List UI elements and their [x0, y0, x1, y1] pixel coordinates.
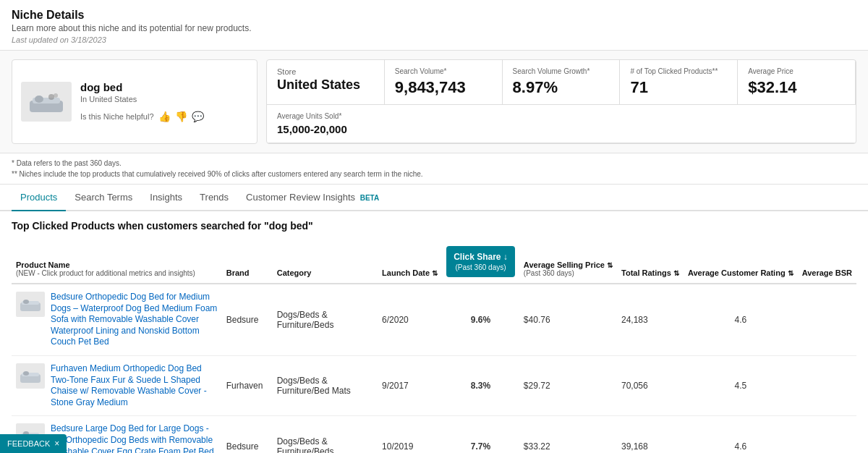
- store-label: Store: [277, 67, 374, 76]
- feedback-bar-label: FEEDBACK: [7, 439, 50, 448]
- search-volume-value: 9,843,743: [395, 78, 492, 97]
- cell-category: Dogs/Beds & Furniture/Bed Mats: [273, 355, 378, 415]
- cell-brand: Bedsure: [222, 284, 273, 355]
- products-table: Product Name (NEW - Click product for ad…: [12, 240, 856, 453]
- page-header: Niche Details Learn more about this nich…: [0, 0, 868, 51]
- stat-avg-price: Average Price $32.14: [738, 60, 856, 105]
- cell-avg-bsr: [798, 355, 856, 415]
- stat-search-volume: Search Volume* 9,843,743: [385, 60, 503, 105]
- cell-product-name: Bedsure Orthopedic Dog Bed for Medium Do…: [12, 284, 222, 355]
- th-click-share-sub: (Past 360 days): [454, 263, 508, 271]
- table-row: Bedsure Orthopedic Dog Bed for Medium Do…: [12, 284, 856, 355]
- tab-insights[interactable]: Insights: [141, 185, 191, 211]
- table-row: Bedsure Large Dog Bed for Large Dogs - B…: [12, 416, 856, 453]
- svg-point-2: [35, 96, 43, 103]
- cell-click-share: 9.6%: [442, 284, 519, 355]
- svg-point-7: [23, 300, 29, 304]
- product-location: In United States: [80, 95, 248, 103]
- table-row: Furhaven Medium Orthopedic Dog Bed Two-T…: [12, 355, 856, 415]
- product-thumbnail: [16, 292, 45, 317]
- stats-grid: Store United States Search Volume* 9,843…: [266, 59, 856, 144]
- table-header-row: Product Name (NEW - Click product for ad…: [12, 240, 856, 284]
- cell-click-share: 8.3%: [442, 355, 519, 415]
- cell-avg-rating: 4.5: [684, 355, 798, 415]
- feedback-bar[interactable]: FEEDBACK ×: [0, 434, 67, 453]
- comment-icon[interactable]: 💬: [192, 111, 204, 122]
- cell-total-ratings: 24,183: [617, 284, 684, 355]
- thumbs-up-icon[interactable]: 👍: [158, 111, 171, 122]
- page-updated: Last updated on 3/18/2023: [12, 35, 856, 44]
- cell-avg-price: $29.72: [519, 355, 617, 415]
- top-clicked-label: # of Top Clicked Products**: [630, 67, 727, 75]
- cell-total-ratings: 70,056: [617, 355, 684, 415]
- cell-click-share: 7.7%: [442, 416, 519, 453]
- product-name: dog bed: [80, 81, 248, 93]
- cell-brand: Furhaven: [222, 355, 273, 415]
- avg-price-label: Average Price: [748, 67, 845, 75]
- product-thumbnail: [16, 363, 45, 389]
- cell-product-name: Furhaven Medium Orthopedic Dog Bed Two-T…: [12, 355, 222, 415]
- product-feedback: Is this Niche helpful? 👍 👎 💬: [80, 111, 248, 122]
- tab-customer-review-insights[interactable]: Customer Review Insights BETA: [237, 185, 388, 211]
- stat-store: Store United States: [267, 60, 385, 105]
- cell-category: Dogs/Beds & Furniture/Beds: [273, 284, 378, 355]
- product-link[interactable]: Furhaven Medium Orthopedic Dog Bed Two-T…: [51, 363, 218, 408]
- tabs-bar: Products Search Terms Insights Trends Cu…: [0, 185, 868, 211]
- product-image: [21, 82, 72, 122]
- cell-avg-bsr: [798, 416, 856, 453]
- th-total-ratings[interactable]: Total Ratings ⇅: [617, 240, 684, 284]
- content-section: Top Clicked Products when customers sear…: [0, 211, 868, 453]
- search-volume-growth-label: Search Volume Growth*: [513, 67, 610, 75]
- avg-units-value: 15,000-20,000: [277, 123, 846, 135]
- stat-top-clicked: # of Top Clicked Products** 71: [620, 60, 738, 105]
- th-product-main: Product Name: [16, 261, 218, 269]
- tab-products[interactable]: Products: [12, 185, 66, 211]
- stat-search-volume-growth: Search Volume Growth* 8.97%: [503, 60, 621, 105]
- th-avg-price[interactable]: Average Selling Price ⇅ (Past 360 days): [519, 240, 617, 284]
- th-category: Category: [273, 240, 378, 284]
- tab-trends[interactable]: Trends: [191, 185, 237, 211]
- tab-search-terms[interactable]: Search Terms: [66, 185, 141, 211]
- cell-launch-date: 6/2020: [378, 284, 442, 355]
- th-product-sub: (NEW - Click product for additional metr…: [16, 269, 218, 277]
- svg-point-10: [23, 371, 29, 376]
- th-avg-bsr: Average BSR: [798, 240, 856, 284]
- product-link[interactable]: Bedsure Orthopedic Dog Bed for Medium Do…: [51, 292, 218, 348]
- cell-avg-rating: 4.6: [684, 416, 798, 453]
- notes-section: * Data refers to the past 360 days. ** N…: [0, 153, 868, 185]
- note-1: * Data refers to the past 360 days.: [12, 158, 856, 169]
- th-launch-date[interactable]: Launch Date ⇅: [378, 240, 442, 284]
- top-clicked-value: 71: [630, 78, 727, 97]
- th-brand: Brand: [222, 240, 273, 284]
- beta-badge: BETA: [360, 194, 379, 202]
- avg-units-label: Average Units Sold*: [277, 112, 846, 120]
- summary-section: dog bed In United States Is this Niche h…: [0, 51, 868, 153]
- search-volume-label: Search Volume*: [395, 67, 492, 75]
- avg-price-value: $32.14: [748, 78, 845, 97]
- product-link[interactable]: Bedsure Large Dog Bed for Large Dogs - B…: [51, 423, 218, 453]
- cell-launch-date: 10/2019: [378, 416, 442, 453]
- th-click-share[interactable]: Click Share ↓ (Past 360 days): [442, 240, 519, 284]
- feedback-label: Is this Niche helpful?: [80, 112, 154, 121]
- cell-avg-price: $40.76: [519, 284, 617, 355]
- page-title: Niche Details: [12, 9, 856, 22]
- page-subtitle: Learn more about this niche and its pote…: [12, 23, 856, 33]
- cell-total-ratings: 39,168: [617, 416, 684, 453]
- feedback-bar-close[interactable]: ×: [54, 439, 59, 449]
- svg-point-4: [54, 93, 58, 98]
- store-name: United States: [277, 77, 374, 93]
- cell-launch-date: 9/2017: [378, 355, 442, 415]
- search-volume-growth-value: 8.97%: [513, 78, 610, 97]
- th-click-share-label: Click Share ↓: [454, 252, 508, 262]
- th-avg-rating[interactable]: Average Customer Rating ⇅: [684, 240, 798, 284]
- cell-avg-rating: 4.6: [684, 284, 798, 355]
- cell-category: Dogs/Beds & Furniture/Beds: [273, 416, 378, 453]
- cell-avg-bsr: [798, 284, 856, 355]
- cell-brand: Bedsure: [222, 416, 273, 453]
- product-card: dog bed In United States Is this Niche h…: [12, 59, 258, 144]
- svg-point-3: [48, 94, 54, 100]
- section-title: Top Clicked Products when customers sear…: [12, 220, 856, 232]
- thumbs-down-icon[interactable]: 👎: [175, 111, 187, 122]
- product-info: dog bed In United States Is this Niche h…: [80, 81, 248, 122]
- stat-avg-units: Average Units Sold* 15,000-20,000: [267, 105, 856, 143]
